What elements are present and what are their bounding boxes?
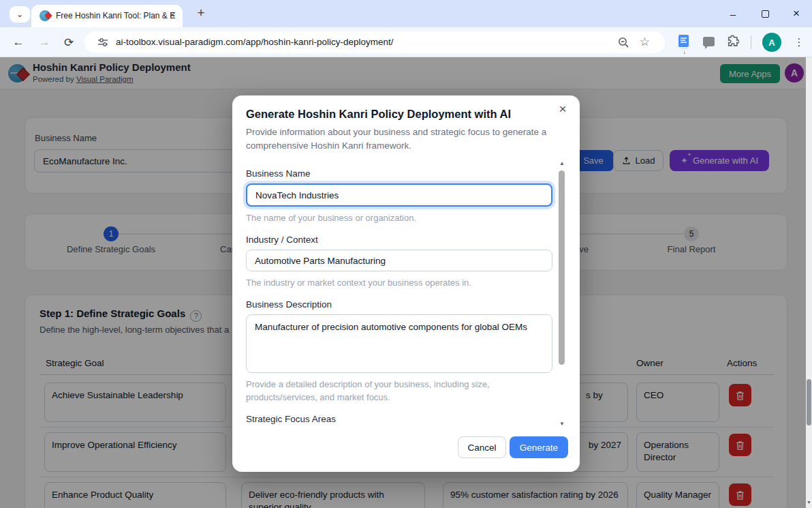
industry-label: Industry / Context (246, 235, 552, 245)
tab-close-icon[interactable]: × (166, 10, 178, 22)
dialog-form: Business Name The name of your business … (232, 158, 580, 428)
scroll-up-icon[interactable]: ▲ (557, 160, 567, 166)
generate-button[interactable]: Generate (510, 436, 568, 458)
browser-toolbar: ← → ⟳ ai-toolbox.visual-paradigm.com/app… (0, 27, 812, 57)
browser-profile-avatar[interactable]: A (762, 33, 781, 52)
window-minimize-button[interactable]: – (723, 4, 743, 23)
scroll-down-icon[interactable]: ▼ (806, 500, 812, 505)
forward-icon[interactable]: → (35, 33, 53, 51)
zoom-out-icon[interactable] (617, 36, 629, 48)
dialog-subtitle: Provide information about your business … (246, 125, 558, 152)
business-description-label: Business Description (246, 299, 552, 310)
reload-icon[interactable]: ⟳ (60, 33, 78, 51)
screen: ⌄ Free Hoshin Kanri Tool: Plan & E × + –… (0, 0, 812, 508)
tab-title: Free Hoshin Kanri Tool: Plan & E (56, 11, 176, 20)
tab-search-chevron-icon[interactable]: ⌄ (10, 6, 30, 23)
generate-ai-dialog: × Generate Hoshin Kanri Policy Deploymen… (232, 95, 580, 472)
industry-help: The industry or market context your busi… (246, 277, 552, 289)
back-icon[interactable]: ← (10, 33, 27, 51)
dialog-close-icon[interactable]: × (554, 100, 572, 117)
window-close-button[interactable]: × (786, 4, 807, 23)
business-description-help: Provide a detailed description of your b… (246, 378, 552, 403)
dialog-scrollbar-thumb[interactable] (559, 170, 565, 365)
extension-doc-icon[interactable]: ↓ (678, 35, 689, 47)
browser-tab[interactable]: Free Hoshin Kanri Tool: Plan & E × (31, 5, 183, 27)
bookmark-star-icon[interactable]: ☆ (640, 35, 650, 49)
window-maximize-button[interactable] (755, 4, 775, 23)
browser-menu-icon[interactable]: ⋮ (790, 33, 808, 51)
site-info-icon[interactable] (97, 36, 109, 48)
dialog-title: Generate Hoshin Kanri Policy Deployment … (246, 108, 511, 121)
extensions-puzzle-icon[interactable] (726, 35, 739, 50)
modal-business-name-label: Business Name (246, 168, 552, 179)
focus-areas-label: Strategic Focus Areas (246, 414, 552, 424)
business-description-textarea[interactable]: Manufacturer of precision automotive com… (246, 314, 552, 373)
browser-titlebar: ⌄ Free Hoshin Kanri Tool: Plan & E × + –… (0, 0, 812, 27)
scroll-down-icon[interactable]: ▼ (557, 421, 567, 427)
modal-business-name-help: The name of your business or organizatio… (246, 212, 552, 224)
modal-business-name-input[interactable] (246, 183, 552, 207)
page-scrollbar[interactable]: ▼ (806, 57, 812, 508)
url-text[interactable]: ai-toolbox.visual-paradigm.com/app/hoshi… (116, 37, 393, 47)
new-tab-button[interactable]: + (192, 4, 210, 22)
tab-favicon (40, 10, 50, 21)
maximize-icon (762, 10, 769, 18)
industry-input[interactable] (246, 250, 552, 271)
page-scrollbar-thumb[interactable] (807, 379, 811, 425)
cancel-button[interactable]: Cancel (458, 436, 506, 458)
toolbar-separator (751, 35, 751, 49)
address-bar[interactable]: ai-toolbox.visual-paradigm.com/app/hoshi… (84, 31, 665, 53)
dialog-scrollbar[interactable]: ▲ ▼ (557, 160, 567, 428)
extension-chat-icon[interactable] (703, 37, 715, 46)
